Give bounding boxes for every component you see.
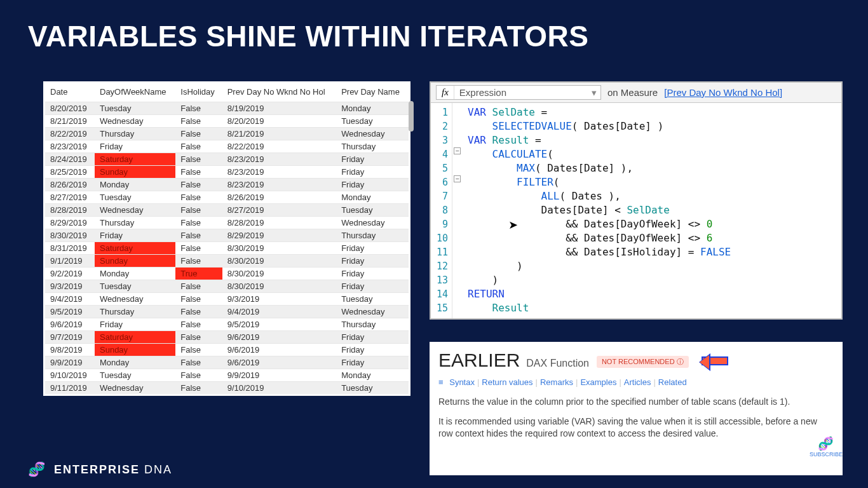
doc-link[interactable]: Return values — [482, 377, 532, 387]
table-cell: Tuesday — [95, 369, 175, 382]
table-row[interactable]: 9/6/2019FridayFalse9/5/2019Thursday — [45, 318, 409, 331]
code-body[interactable]: VAR SelDate = SELECTEDVALUE( Dates[Date]… — [452, 103, 731, 318]
table-cell: Monday — [336, 191, 409, 204]
table-cell: Tuesday — [95, 191, 175, 204]
table-cell: Friday — [336, 242, 409, 255]
doc-link[interactable]: Remarks — [540, 377, 573, 387]
table-cell: 8/20/2019 — [222, 115, 336, 128]
bar-text: on Measure — [607, 87, 658, 98]
table-cell: 8/21/2019 — [45, 115, 95, 128]
table-cell: 9/7/2019 — [45, 331, 95, 344]
table-row[interactable]: 8/26/2019MondayFalse8/23/2019Friday — [45, 179, 409, 191]
table-row[interactable]: 8/29/2019ThursdayFalse8/28/2019Wednesday — [45, 217, 409, 229]
dna-icon: 🧬 — [810, 436, 843, 451]
doc-link[interactable]: Syntax — [449, 377, 475, 387]
table-cell: 8/30/2019 — [222, 280, 336, 293]
table-cell: 8/23/2019 — [222, 179, 336, 191]
table-row[interactable]: 9/1/2019SundayFalse8/30/2019Friday — [45, 255, 409, 268]
scrollbar-thumb[interactable] — [409, 101, 414, 132]
table-cell: Friday — [95, 318, 175, 331]
table-row[interactable]: 8/22/2019ThursdayFalse8/21/2019Wednesday — [45, 128, 409, 140]
table-cell: Friday — [95, 229, 175, 242]
table-cell: 9/6/2019 — [222, 356, 336, 369]
doc-link[interactable]: Related — [658, 377, 687, 387]
table-row[interactable]: 8/27/2019TuesdayFalse8/26/2019Monday — [45, 191, 409, 204]
table-row[interactable]: 9/9/2019MondayFalse9/6/2019Friday — [45, 356, 409, 369]
dax-editor: fx Expression ▾ on Measure [Prev Day No … — [430, 81, 843, 320]
table-cell: 8/24/2019 — [45, 153, 95, 166]
table-cell: 9/4/2019 — [222, 306, 336, 318]
table-row[interactable]: 8/25/2019SundayFalse8/23/2019Friday — [45, 166, 409, 179]
table-cell: False — [175, 356, 222, 369]
table-cell: Wednesday — [95, 293, 175, 306]
table-cell: Monday — [95, 356, 175, 369]
subscribe-label: SUBSCRIBE — [810, 451, 843, 458]
table-cell: 9/10/2019 — [222, 382, 336, 395]
table-cell: False — [175, 217, 222, 229]
col-header[interactable]: DayOfWeekName — [95, 83, 175, 102]
table-cell: Monday — [336, 369, 409, 382]
table-cell: 8/30/2019 — [222, 242, 336, 255]
table-row[interactable]: 9/8/2019SundayFalse9/6/2019Friday — [45, 344, 409, 356]
doc-link[interactable]: Examples — [580, 377, 616, 387]
table-row[interactable]: 8/30/2019FridayFalse8/29/2019Thursday — [45, 229, 409, 242]
table-cell: False — [175, 166, 222, 179]
doc-fn-sub: DAX Function — [526, 358, 589, 369]
table-cell: 8/19/2019 — [222, 102, 336, 115]
table-cell: Saturday — [95, 153, 175, 166]
callout-arrow-icon — [702, 356, 728, 367]
table-row[interactable]: 9/3/2019TuesdayFalse8/30/2019Friday — [45, 280, 409, 293]
table-row[interactable]: 9/11/2019WednesdayFalse9/10/2019Tuesday — [45, 382, 409, 395]
measure-link[interactable]: [Prev Day No Wknd No Hol] — [664, 87, 782, 98]
table-row[interactable]: 9/4/2019WednesdayFalse9/3/2019Tuesday — [45, 293, 409, 306]
col-header[interactable]: IsHoliday — [175, 83, 222, 102]
col-header[interactable]: Prev Day Name — [336, 83, 409, 102]
col-header[interactable]: Prev Day No Wknd No Hol — [222, 83, 336, 102]
table-cell: 8/25/2019 — [45, 166, 95, 179]
table-cell: False — [175, 102, 222, 115]
table-row[interactable]: 8/24/2019SaturdayFalse8/23/2019Friday — [45, 153, 409, 166]
table-row[interactable]: 8/31/2019SaturdayFalse8/30/2019Friday — [45, 242, 409, 255]
cursor-icon: ➤ — [508, 218, 518, 232]
table-cell: 8/27/2019 — [45, 191, 95, 204]
expression-dropdown[interactable]: fx Expression ▾ — [436, 85, 601, 100]
table-cell: Friday — [336, 356, 409, 369]
table-cell: False — [175, 318, 222, 331]
table-cell: False — [175, 306, 222, 318]
table-cell: False — [175, 369, 222, 382]
table-cell: 8/30/2019 — [222, 255, 336, 268]
doc-link[interactable]: Articles — [624, 377, 651, 387]
table-cell: False — [175, 140, 222, 153]
table-row[interactable]: 9/5/2019ThursdayFalse9/4/2019Wednesday — [45, 306, 409, 318]
table-cell: False — [175, 128, 222, 140]
table-row[interactable]: 8/28/2019WednesdayFalse8/27/2019Tuesday — [45, 204, 409, 217]
table-cell: Monday — [95, 179, 175, 191]
table-row[interactable]: 8/20/2019TuesdayFalse8/19/2019Monday — [45, 102, 409, 115]
fold-icon[interactable]: − — [454, 175, 461, 182]
table-cell: 8/23/2019 — [222, 166, 336, 179]
table-cell: 9/9/2019 — [222, 369, 336, 382]
table-row[interactable]: 8/23/2019FridayFalse8/22/2019Thursday — [45, 140, 409, 153]
fx-icon: fx — [437, 86, 454, 99]
not-recommended-badge: NOT RECOMMENDED — [597, 356, 689, 368]
table-row[interactable]: 9/7/2019SaturdayFalse9/6/2019Friday — [45, 331, 409, 344]
table-cell: 8/28/2019 — [222, 217, 336, 229]
table-row[interactable]: 9/2/2019MondayTrue8/30/2019Friday — [45, 268, 409, 280]
col-header[interactable]: Date — [45, 83, 95, 102]
table-cell: Tuesday — [336, 204, 409, 217]
brand-footer: 🧬 ENTERPRISE DNA — [28, 461, 172, 478]
doc-desc-2: It is recommended using variable (VAR) s… — [438, 416, 834, 440]
table-cell: Friday — [336, 153, 409, 166]
table-row[interactable]: 8/21/2019WednesdayFalse8/20/2019Tuesday — [45, 115, 409, 128]
brand-word-b: DNA — [144, 463, 172, 476]
brand-word-a: ENTERPRISE — [54, 463, 140, 476]
table-cell: False — [175, 280, 222, 293]
table-cell: 9/6/2019 — [222, 331, 336, 344]
subscribe-button[interactable]: 🧬 SUBSCRIBE — [810, 436, 843, 458]
table-cell: Wednesday — [95, 204, 175, 217]
table-cell: Wednesday — [95, 115, 175, 128]
fold-icon[interactable]: − — [454, 147, 461, 154]
table-cell: False — [175, 115, 222, 128]
table-cell: 8/22/2019 — [222, 140, 336, 153]
table-row[interactable]: 9/10/2019TuesdayFalse9/9/2019Monday — [45, 369, 409, 382]
